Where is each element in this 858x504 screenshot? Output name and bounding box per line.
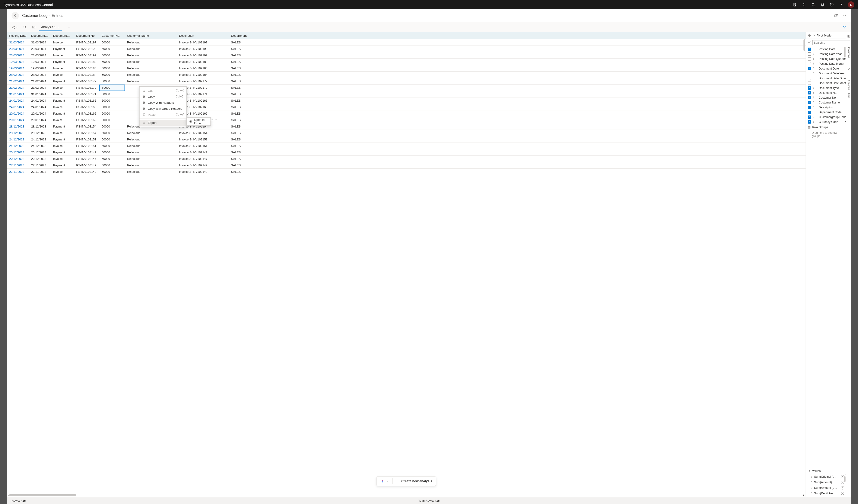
- tab-columns[interactable]: Columns: [847, 47, 851, 58]
- col-description[interactable]: Description: [177, 32, 229, 39]
- remove-value-button[interactable]: ✕: [841, 486, 844, 489]
- drag-handle-icon[interactable]: ⋮⋮: [812, 67, 817, 70]
- cell-posting-date[interactable]: 28/02/2024: [7, 71, 29, 78]
- copilot-icon[interactable]: [801, 2, 806, 7]
- table-row[interactable]: 31/01/202431/01/2024InvoicePS-INV1031715…: [7, 91, 806, 97]
- value-item[interactable]: ⋮⋮Sum(Original A…✕: [806, 474, 846, 479]
- cm-copy-group-headers[interactable]: Copy with Group Headers: [140, 105, 187, 112]
- cell-posting-date[interactable]: 20/12/2023: [7, 156, 29, 162]
- table-row[interactable]: 31/03/202431/03/2024InvoicePS-INV1031975…: [7, 39, 806, 46]
- field-checkbox[interactable]: [808, 101, 811, 104]
- table-row[interactable]: 20/01/202420/01/2024InvoicePS-INV1031625…: [7, 117, 806, 123]
- field-item[interactable]: ⋮⋮Posting Date Quarter: [806, 56, 846, 61]
- table-row[interactable]: 20/12/202320/12/2023PaymentPS-INV1031475…: [7, 149, 806, 156]
- cm-copy[interactable]: Copy Ctrl+C: [140, 94, 187, 100]
- cell-posting-date[interactable]: 20/01/2024: [7, 110, 29, 117]
- cell-posting-date[interactable]: 28/12/2023: [7, 130, 29, 136]
- collapse-icon[interactable]: [842, 14, 846, 18]
- cell-posting-date[interactable]: 24/12/2023: [7, 136, 29, 143]
- drag-handle-icon[interactable]: ⋮⋮: [812, 52, 817, 55]
- open-new-window-icon[interactable]: [834, 14, 838, 18]
- cell-posting-date[interactable]: 23/03/2024: [7, 46, 29, 52]
- col-department[interactable]: Department…: [229, 32, 247, 39]
- table-row[interactable]: 28/12/202328/12/2023PaymentPS-INV1031545…: [7, 123, 806, 130]
- field-checkbox[interactable]: [808, 67, 811, 70]
- table-row[interactable]: 24/12/202324/12/2023PaymentPS-INV1031515…: [7, 136, 806, 143]
- field-item[interactable]: ⋮⋮Department Code: [806, 110, 846, 115]
- user-avatar[interactable]: K: [848, 1, 854, 8]
- tab-analysis-filters[interactable]: Analysis Filters: [847, 80, 851, 98]
- field-checkbox[interactable]: [808, 48, 811, 51]
- cm-export[interactable]: Export ›: [140, 120, 187, 126]
- field-checkbox[interactable]: [808, 120, 811, 124]
- field-checkbox[interactable]: [808, 57, 811, 61]
- drag-handle-icon[interactable]: ⋮⋮: [812, 86, 817, 90]
- drag-handle-icon[interactable]: ⋮⋮: [812, 115, 817, 118]
- cell-posting-date[interactable]: 19/03/2024: [7, 59, 29, 65]
- notifications-icon[interactable]: [820, 2, 825, 7]
- table-row[interactable]: 24/01/202424/01/2024InvoicePS-INV1031665…: [7, 104, 806, 110]
- remove-value-button[interactable]: ✕: [841, 475, 844, 478]
- field-item[interactable]: ⋮⋮Document Date: [806, 66, 846, 71]
- table-row[interactable]: 21/02/202421/02/2024PaymentPS-INV1031795…: [7, 78, 806, 84]
- table-row[interactable]: 28/12/202328/12/2023InvoicePS-INV1031545…: [7, 130, 806, 136]
- drag-handle-icon[interactable]: ⋮⋮: [812, 48, 817, 51]
- cell-posting-date[interactable]: 23/03/2024: [7, 52, 29, 59]
- search-icon[interactable]: [811, 2, 815, 7]
- field-checkbox[interactable]: [808, 86, 811, 90]
- filter-toggle[interactable]: [841, 23, 848, 31]
- table-row[interactable]: 20/12/202320/12/2023InvoicePS-INV1031475…: [7, 156, 806, 162]
- analysis-tab-1[interactable]: Analysis 1: [39, 23, 62, 31]
- field-checkbox[interactable]: [808, 82, 811, 85]
- field-item[interactable]: ⋮⋮Description: [806, 105, 846, 110]
- col-customer-name[interactable]: Customer Name: [125, 32, 177, 39]
- field-checkbox[interactable]: [808, 91, 811, 95]
- cell-posting-date[interactable]: 20/01/2024: [7, 117, 29, 123]
- drag-handle-icon[interactable]: ⋮⋮: [812, 91, 817, 94]
- drag-handle-icon[interactable]: ⋮⋮: [812, 62, 817, 65]
- field-checkbox[interactable]: [808, 115, 811, 119]
- field-checkbox[interactable]: [808, 111, 811, 114]
- field-item[interactable]: ⋮⋮Document Date Year: [806, 71, 846, 76]
- create-new-analysis[interactable]: Create new analysis: [393, 476, 436, 486]
- remove-value-button[interactable]: ✕: [841, 481, 844, 484]
- col-customer-no[interactable]: Customer No.: [99, 32, 125, 39]
- columns-tab-icon[interactable]: [847, 35, 851, 38]
- field-checkbox[interactable]: [808, 62, 811, 65]
- table-row[interactable]: 27/11/202327/11/2023PaymentPS-INV1031425…: [7, 162, 806, 168]
- select-all-fields-checkbox[interactable]: [808, 41, 811, 44]
- field-item[interactable]: ⋮⋮Customer Name: [806, 100, 846, 105]
- cell-posting-date[interactable]: 28/12/2023: [7, 123, 29, 130]
- cell-posting-date[interactable]: 31/01/2024: [7, 91, 29, 97]
- drag-handle-icon[interactable]: ⋮⋮: [812, 120, 817, 123]
- col-document-date[interactable]: Document…: [29, 32, 51, 39]
- col-document-no[interactable]: Document No.: [74, 32, 99, 39]
- field-item[interactable]: ⋮⋮Document Type: [806, 85, 846, 90]
- field-item[interactable]: ⋮⋮Document Date Quar…: [806, 76, 846, 81]
- field-item[interactable]: ⋮⋮Document Date Month: [806, 81, 846, 85]
- row-groups-placeholder[interactable]: Drag here to set row groups: [806, 130, 846, 140]
- toolbar-search[interactable]: [21, 23, 29, 31]
- horizontal-scrollbar[interactable]: ◄ ►: [7, 493, 806, 497]
- analysis-view-toggle[interactable]: [30, 23, 37, 31]
- drag-handle-icon[interactable]: ⋮⋮: [812, 72, 817, 75]
- cell-posting-date[interactable]: 24/01/2024: [7, 104, 29, 110]
- cell-posting-date[interactable]: 24/01/2024: [7, 97, 29, 104]
- col-document-type[interactable]: Document…: [51, 32, 74, 39]
- field-item[interactable]: ⋮⋮Customer No.: [806, 95, 846, 100]
- cell-posting-date[interactable]: 31/03/2024: [7, 39, 29, 46]
- table-row[interactable]: 19/03/202419/03/2024PaymentPS-INV1031885…: [7, 59, 806, 65]
- table-row[interactable]: 20/01/202420/01/2024PaymentPS-INV1031625…: [7, 110, 806, 117]
- drag-handle-icon[interactable]: ⋮⋮: [808, 475, 813, 478]
- back-button[interactable]: [12, 12, 19, 19]
- value-item[interactable]: ⋮⋮Sum(Debit Amo…✕: [806, 491, 846, 496]
- field-item[interactable]: ⋮⋮Posting Date Year: [806, 51, 846, 56]
- drag-handle-icon[interactable]: ⋮⋮: [812, 111, 817, 114]
- drag-handle-icon[interactable]: ⋮⋮: [812, 82, 817, 84]
- field-checkbox[interactable]: [808, 106, 811, 109]
- document-check-icon[interactable]: [792, 2, 797, 7]
- cell-posting-date[interactable]: 19/03/2024: [7, 65, 29, 71]
- cell-posting-date[interactable]: 27/11/2023: [7, 162, 29, 168]
- drag-handle-icon[interactable]: ⋮⋮: [812, 57, 817, 60]
- value-item[interactable]: ⋮⋮Sum(Amount (L…✕: [806, 485, 846, 491]
